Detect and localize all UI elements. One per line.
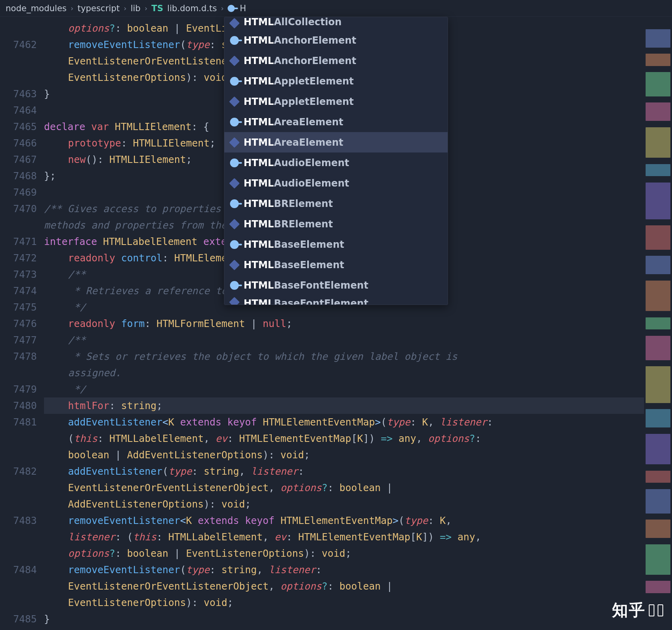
line-number — [0, 20, 37, 36]
autocomplete-item[interactable]: HTMLBRElement — [224, 214, 448, 234]
ts-file-icon: TS — [152, 4, 163, 13]
code-line[interactable]: removeEventListener(type: string, listen… — [44, 562, 672, 578]
line-number: 7466 — [0, 135, 37, 151]
breadcrumb: node_modules › typescript › lib › TS lib… — [0, 0, 672, 17]
line-number: 7464 — [0, 102, 37, 118]
line-number: 7475 — [0, 299, 37, 315]
autocomplete-label: HTMLBaseElement — [244, 239, 344, 250]
crumb-typescript[interactable]: typescript — [78, 4, 120, 13]
autocomplete-item[interactable]: HTMLBaseFontElement — [224, 275, 448, 295]
symbol-interface-icon — [229, 178, 240, 188]
autocomplete-label: HTMLBaseFontElement — [244, 298, 368, 305]
autocomplete-item[interactable]: HTMLBRElement — [224, 193, 448, 214]
symbol-interface-icon — [229, 137, 240, 147]
code-line[interactable]: AddEventListenerOptions): void; — [44, 496, 672, 512]
code-line[interactable]: EventListenerOrEventListenerObject, opti… — [44, 578, 672, 594]
code-line[interactable]: EventListenerOptions): void; — [44, 594, 672, 611]
line-number: 7467 — [0, 151, 37, 168]
autocomplete-item[interactable]: HTMLAnchorElement — [224, 30, 448, 50]
symbol-class-icon — [230, 159, 239, 167]
code-line[interactable]: listener: (this: HTMLLabelElement, ev: H… — [44, 529, 672, 545]
autocomplete-label: HTMLBaseElement — [244, 259, 344, 271]
autocomplete-item[interactable]: HTMLAudioElement — [224, 152, 448, 173]
symbol-class-icon — [230, 199, 239, 208]
code-line[interactable]: (this: HTMLLabelElement, ev: HTMLElement… — [44, 430, 672, 447]
line-number — [0, 430, 37, 447]
autocomplete-label: HTMLAreaElement — [244, 137, 343, 148]
code-line[interactable]: addEventListener(type: string, listener: — [44, 463, 672, 480]
autocomplete-label: HTMLAppletElement — [244, 96, 354, 107]
line-number: 7471 — [0, 233, 37, 250]
autocomplete-item[interactable]: HTMLBaseFontElement — [224, 295, 448, 305]
line-number: 7479 — [0, 381, 37, 397]
code-line[interactable]: assigned. — [44, 365, 672, 381]
code-line[interactable]: boolean | AddEventListenerOptions): void… — [44, 447, 672, 463]
line-number: 7478 — [0, 348, 37, 365]
line-number — [0, 545, 37, 562]
autocomplete-label: HTMLAudioElement — [244, 157, 349, 169]
line-number — [0, 53, 37, 69]
watermark-bars-icon — [658, 604, 663, 616]
code-line[interactable]: * Sets or retrieves the object to which … — [44, 348, 672, 365]
crumb-symbol[interactable]: H — [240, 4, 246, 13]
line-number — [0, 365, 37, 381]
autocomplete-item[interactable]: HTMLAudioElement — [224, 173, 448, 193]
watermark-bars-icon — [649, 604, 654, 616]
autocomplete-item[interactable]: HTMLAppletElement — [224, 71, 448, 91]
line-number: 7480 — [0, 397, 37, 414]
symbol-interface-icon — [229, 96, 240, 106]
line-number — [0, 594, 37, 611]
code-line[interactable]: htmlFor: string; — [44, 397, 672, 414]
code-line[interactable]: */ — [44, 381, 672, 397]
crumb-file[interactable]: lib.dom.d.ts — [167, 4, 217, 13]
symbol-class-icon — [230, 281, 239, 290]
symbol-interface-icon — [229, 259, 240, 270]
line-number: 7474 — [0, 283, 37, 299]
autocomplete-popup[interactable]: HTMLAllCollectionHTMLAnchorElementHTMLAn… — [224, 17, 448, 305]
watermark-text: 知乎 — [612, 599, 646, 621]
autocomplete-item[interactable]: HTMLAreaElement — [224, 132, 448, 152]
line-number — [0, 578, 37, 594]
line-number: 7482 — [0, 463, 37, 480]
symbol-interface-icon — [229, 219, 240, 229]
line-number: 7476 — [0, 315, 37, 332]
watermark-logo: 知乎 — [612, 599, 663, 621]
code-line[interactable]: readonly form: HTMLFormElement | null; — [44, 315, 672, 332]
code-line[interactable]: addEventListener<K extends keyof HTMLEle… — [44, 414, 672, 430]
chevron-right-icon: › — [71, 4, 74, 12]
symbol-interface-icon — [229, 55, 240, 66]
autocomplete-item[interactable]: HTMLAppletElement — [224, 91, 448, 112]
code-line[interactable]: } — [44, 611, 672, 627]
crumb-lib[interactable]: lib — [130, 4, 140, 13]
line-number: 7470 — [0, 201, 37, 217]
code-line[interactable]: EventListenerOrEventListenerObject, opti… — [44, 480, 672, 496]
autocomplete-label: HTMLBRElement — [244, 198, 333, 209]
line-number: 7473 — [0, 266, 37, 283]
symbol-interface-icon — [229, 18, 240, 28]
symbol-class-icon — [228, 5, 235, 12]
chevron-right-icon: › — [221, 4, 224, 12]
line-number — [0, 447, 37, 463]
code-line[interactable]: /** — [44, 332, 672, 348]
code-editor[interactable]: 7462746374647465746674677468746974707471… — [0, 17, 672, 630]
autocomplete-label: HTMLBaseFontElement — [244, 280, 368, 291]
symbol-class-icon — [230, 118, 239, 126]
autocomplete-item[interactable]: HTMLAreaElement — [224, 112, 448, 132]
symbol-class-icon — [230, 77, 239, 86]
line-number: 7484 — [0, 562, 37, 578]
line-number: 7485 — [0, 611, 37, 627]
chevron-right-icon: › — [124, 4, 126, 12]
line-number: 7463 — [0, 86, 37, 102]
autocomplete-item[interactable]: HTMLAnchorElement — [224, 50, 448, 71]
code-line[interactable]: removeEventListener<K extends keyof HTML… — [44, 512, 672, 529]
autocomplete-item[interactable]: HTMLBaseElement — [224, 234, 448, 255]
autocomplete-label: HTMLAudioElement — [244, 178, 349, 189]
line-number: 7481 — [0, 414, 37, 430]
autocomplete-item[interactable]: HTMLBaseElement — [224, 255, 448, 275]
crumb-node-modules[interactable]: node_modules — [6, 4, 67, 13]
code-line[interactable]: options?: boolean | EventListenerOptions… — [44, 545, 672, 562]
line-number: 7468 — [0, 168, 37, 184]
symbol-interface-icon — [229, 297, 240, 305]
autocomplete-item[interactable]: HTMLAllCollection — [224, 17, 448, 30]
symbol-class-icon — [230, 36, 239, 45]
